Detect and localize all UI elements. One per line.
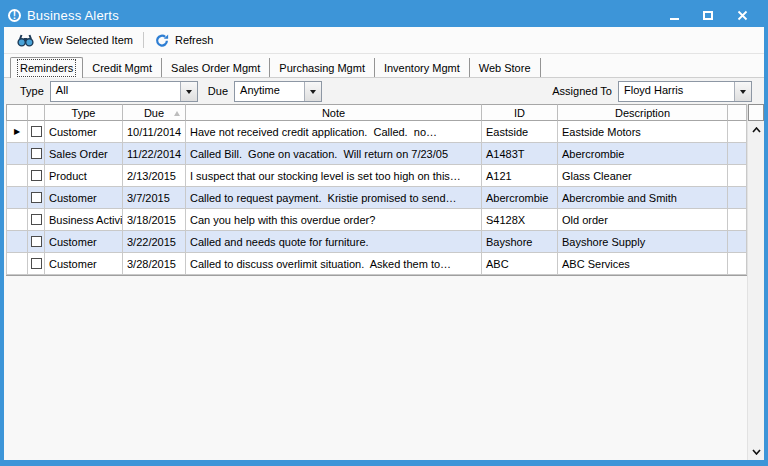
tab[interactable]: Web Store [470,58,541,77]
refresh-button[interactable]: Refresh [147,30,221,51]
type-filter-dropdown[interactable]: All [50,81,198,102]
row-checkbox[interactable] [31,192,42,203]
table-row[interactable]: ▶ Business Activit 3/18/2015 Can you hel… [6,209,747,231]
cell-stub [728,187,747,208]
tab-label: Credit Mgmt [92,62,152,74]
grid-corner-box [748,104,764,121]
cell-id: Abercrombie [482,187,558,208]
business-alerts-window: ! Business Alerts View Selected Item [0,0,768,466]
maximize-button[interactable] [702,10,714,22]
cell-description: Eastside Motors [558,121,728,142]
header-checkbox[interactable] [28,104,45,121]
view-selected-item-button[interactable]: View Selected Item [10,30,140,51]
cell-note: I suspect that our stocking level is set… [186,165,482,186]
alert-circle-icon: ! [8,9,21,22]
tab[interactable]: Sales Order Mgmt [162,58,270,77]
scroll-up-button[interactable] [748,121,764,138]
row-checkbox[interactable] [31,126,42,137]
table-row[interactable]: ▶ Customer 3/28/2015 Called to discuss o… [6,253,747,275]
cell-description: Abercrombie and Smith [558,187,728,208]
row-indicator-cell: ▶ [6,165,28,186]
toolbar: View Selected Item Refresh [4,27,764,54]
tab[interactable]: Purchasing Mgmt [270,58,375,77]
due-filter-value: Anytime [235,82,304,101]
row-checkbox-cell [28,231,45,252]
assigned-to-dropdown[interactable]: Floyd Harris [618,81,752,102]
tab-label: Sales Order Mgmt [171,62,260,74]
row-indicator-cell: ▶ [6,231,28,252]
row-checkbox[interactable] [31,214,42,225]
tab-label: Inventory Mgmt [384,62,460,74]
binoculars-icon [17,33,34,48]
header-note[interactable]: Note [186,104,482,121]
scroll-down-button[interactable] [748,443,764,460]
minimize-button[interactable] [668,10,680,22]
cell-type: Product [45,165,123,186]
titlebar: ! Business Alerts [4,4,764,27]
due-filter-dropdown[interactable]: Anytime [234,81,322,102]
cell-id: S4128X [482,209,558,230]
tab[interactable]: Reminders [10,57,83,78]
chevron-up-icon [752,127,761,133]
tab-label: Reminders [20,62,73,74]
cell-note: Called Bill. Gone on vacation. Will retu… [186,143,482,164]
cell-due: 3/18/2015 [123,209,186,230]
scrollbar-track[interactable] [748,138,764,443]
table-row[interactable]: ▶ Product 2/13/2015 I suspect that our s… [6,165,747,187]
row-indicator-cell: ▶ [6,187,28,208]
chevron-down-icon [752,449,761,455]
header-id[interactable]: ID [482,104,558,121]
row-indicator-cell: ▶ [6,253,28,274]
cell-stub [728,121,747,142]
type-filter-label: Type [20,85,44,97]
due-filter-label: Due [208,85,228,97]
table-row[interactable]: ▶ Customer 10/11/2014 Have not received … [6,121,747,143]
due-filter-dropdown-button[interactable] [304,82,321,101]
minimize-icon [670,18,679,20]
cell-stub [728,143,747,164]
cell-note: Called to discuss overlimit situation. A… [186,253,482,274]
type-filter-value: All [51,82,180,101]
cell-id: A1483T [482,143,558,164]
refresh-label: Refresh [175,34,214,46]
header-row-indicator [6,104,28,121]
tab[interactable]: Credit Mgmt [83,58,162,77]
cell-type: Sales Order [45,143,123,164]
header-type[interactable]: Type [45,104,123,121]
header-stub [728,104,747,121]
vertical-scrollbar[interactable] [747,104,764,460]
tab[interactable]: Inventory Mgmt [375,58,470,77]
row-checkbox[interactable] [31,170,42,181]
row-checkbox[interactable] [31,236,42,247]
cell-stub [728,209,747,230]
chevron-down-icon [186,90,192,97]
cell-due: 3/7/2015 [123,187,186,208]
cell-type: Business Activit [45,209,123,230]
type-filter-dropdown-button[interactable] [180,82,197,101]
row-checkbox-cell [28,121,45,142]
cell-type: Customer [45,231,123,252]
close-button[interactable] [736,10,748,22]
tab-label: Purchasing Mgmt [279,62,365,74]
row-checkbox[interactable] [31,148,42,159]
table-row[interactable]: ▶ Sales Order 11/22/2014 Called Bill. Go… [6,143,747,165]
assigned-to-value: Floyd Harris [619,82,734,101]
cell-due: 3/22/2015 [123,231,186,252]
table-row[interactable]: ▶ Customer 3/7/2015 Called to request pa… [6,187,747,209]
header-description[interactable]: Description [558,104,728,121]
tab-bar: Reminders Credit Mgmt Sales Order Mgmt P… [4,54,764,78]
grid-rows: ▶ Customer 10/11/2014 Have not received … [6,121,747,276]
row-checkbox[interactable] [31,258,42,269]
close-icon [737,10,748,21]
cell-type: Customer [45,253,123,274]
view-selected-item-label: View Selected Item [39,34,133,46]
header-due[interactable]: Due [123,104,186,121]
cell-description: Glass Cleaner [558,165,728,186]
row-indicator-cell: ▶ [6,209,28,230]
cell-note: Can you help with this overdue order? [186,209,482,230]
assigned-to-dropdown-button[interactable] [734,82,751,101]
current-row-arrow-icon: ▶ [14,128,20,136]
row-indicator-cell: ▶ [6,121,28,142]
chevron-down-icon [310,90,316,97]
table-row[interactable]: ▶ Customer 3/22/2015 Called and needs qu… [6,231,747,253]
